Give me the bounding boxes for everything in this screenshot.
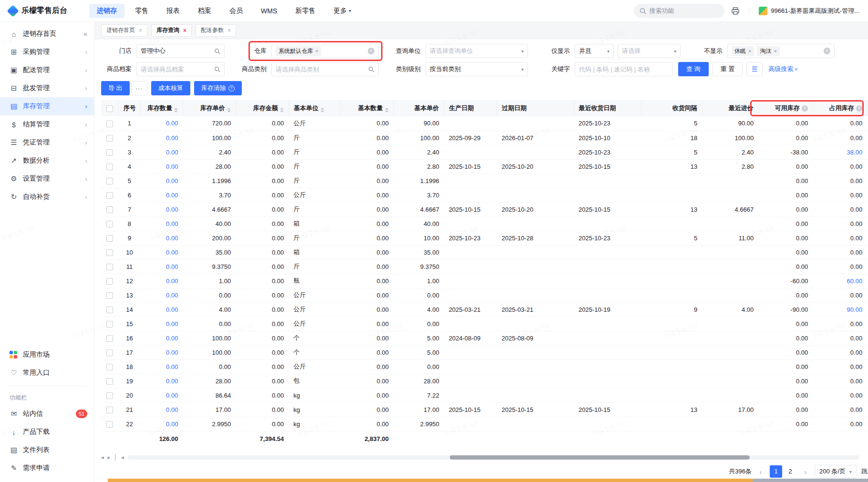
- sidebar-item[interactable]: ▣配送管理›: [0, 61, 94, 79]
- top-nav-item[interactable]: 档案: [190, 4, 219, 18]
- cell-stock-qty[interactable]: 0.00: [141, 202, 183, 216]
- cell-stock-qty[interactable]: 0.00: [141, 345, 183, 359]
- page-tab[interactable]: 库存查询×: [151, 24, 192, 37]
- top-nav-item[interactable]: 会员: [222, 4, 250, 18]
- top-nav-item[interactable]: 进销存: [89, 4, 124, 18]
- filter-tag[interactable]: 休眠×: [732, 46, 754, 56]
- cell-stock-qty[interactable]: 0.00: [141, 417, 183, 431]
- level-select[interactable]: 按当前类别 ▾: [425, 62, 528, 76]
- cell-stock-qty[interactable]: 0.00: [141, 288, 183, 302]
- close-icon[interactable]: ×: [748, 48, 751, 54]
- column-settings-button[interactable]: ☰: [746, 62, 763, 76]
- sidebar-item[interactable]: ↓产品下载: [0, 423, 94, 441]
- category-input[interactable]: [271, 62, 379, 76]
- cell-stock-qty[interactable]: 0.00: [141, 317, 183, 331]
- reset-button[interactable]: 重 置: [713, 62, 743, 76]
- advanced-search-link[interactable]: 高级搜索 »: [768, 65, 798, 73]
- user-account[interactable]: 99661-新界面果蔬版测试-管理...: [759, 7, 859, 15]
- cell-stock-qty[interactable]: 0.00: [141, 302, 183, 317]
- row-checkbox[interactable]: [106, 364, 113, 370]
- filter-tag[interactable]: 淘汰×: [757, 46, 779, 56]
- page-tab[interactable]: 配送参数×: [196, 24, 236, 37]
- row-checkbox[interactable]: [106, 421, 113, 428]
- cell-stock-qty[interactable]: 0.00: [141, 374, 183, 388]
- stock-clear-button[interactable]: 库存清除 ?: [194, 81, 242, 95]
- query-unit-select[interactable]: 请选择查询单位 ▾: [425, 44, 528, 58]
- cell-stock-qty[interactable]: 0.00: [141, 231, 183, 245]
- cell-stock-qty[interactable]: 0.00: [141, 245, 183, 259]
- warehouse-tag[interactable]: 系统默认仓库 ×: [276, 46, 321, 56]
- row-checkbox[interactable]: [106, 221, 113, 227]
- clear-icon[interactable]: ×: [368, 48, 374, 54]
- clear-icon[interactable]: ×: [824, 48, 830, 54]
- row-checkbox[interactable]: [106, 378, 113, 385]
- cell-occupied-stock[interactable]: 38.00: [813, 145, 867, 159]
- store-input[interactable]: [136, 44, 225, 58]
- sidebar-item[interactable]: ♡常用入口: [0, 364, 94, 382]
- column-stock-price[interactable]: 库存单价: [183, 100, 236, 116]
- sidebar-item[interactable]: ☰凭证管理›: [0, 133, 94, 152]
- top-nav-item[interactable]: 零售: [127, 4, 156, 18]
- only-show-operator-select[interactable]: 并且 ▾: [575, 44, 614, 58]
- sort-icon[interactable]: [227, 108, 231, 113]
- cell-stock-qty[interactable]: 0.00: [141, 388, 183, 402]
- sidebar-item[interactable]: ✉站内信51: [0, 405, 94, 423]
- column-stock-amount[interactable]: 库存金额: [236, 100, 289, 116]
- row-checkbox[interactable]: [106, 349, 113, 356]
- cell-stock-qty[interactable]: 0.00: [141, 159, 183, 174]
- cell-occupied-stock[interactable]: 90.00: [813, 302, 867, 317]
- row-checkbox[interactable]: [106, 264, 113, 270]
- product-value[interactable]: [141, 66, 211, 73]
- sidebar-item[interactable]: $结算管理›: [0, 115, 94, 133]
- close-icon[interactable]: ×: [227, 27, 231, 34]
- row-checkbox[interactable]: [106, 335, 113, 342]
- column-base-unit[interactable]: 基本单位: [289, 100, 341, 116]
- close-icon[interactable]: ×: [183, 27, 186, 34]
- sidebar-item[interactable]: ↻自动补货›: [0, 188, 94, 206]
- cell-stock-qty[interactable]: 0.00: [141, 216, 183, 231]
- page-size-select[interactable]: 200 条/页 ▾: [815, 465, 857, 478]
- sort-icon[interactable]: [320, 108, 324, 113]
- scroll-right-icon[interactable]: ▸: [108, 454, 111, 461]
- close-icon[interactable]: ×: [315, 48, 318, 54]
- cell-stock-qty[interactable]: 0.00: [141, 174, 183, 188]
- sidebar-item[interactable]: ▤库存管理›: [0, 97, 94, 115]
- sidebar-item[interactable]: ⊟批发管理›: [0, 79, 94, 97]
- cost-accounting-button[interactable]: 成本核算: [151, 81, 190, 95]
- select-all-checkbox[interactable]: [106, 105, 113, 112]
- scroll-left-icon[interactable]: ◂: [101, 454, 104, 461]
- column-stock-qty[interactable]: 库存数量: [141, 100, 183, 116]
- export-button[interactable]: 导 出: [101, 81, 130, 95]
- row-checkbox[interactable]: [106, 135, 113, 142]
- page-number[interactable]: 1: [770, 465, 782, 478]
- cell-stock-qty[interactable]: 0.00: [141, 116, 183, 131]
- warehouse-input[interactable]: 系统默认仓库 × ×: [271, 44, 379, 58]
- cell-stock-qty[interactable]: 0.00: [141, 259, 183, 274]
- sidebar-home[interactable]: ⌂ 进销存首页 «: [0, 25, 94, 43]
- close-icon[interactable]: ×: [139, 27, 142, 34]
- prev-page-icon[interactable]: ‹: [756, 468, 765, 476]
- cell-stock-qty[interactable]: 0.00: [141, 359, 183, 374]
- page-tab[interactable]: 进销存首页×: [101, 24, 147, 37]
- store-value[interactable]: [141, 48, 211, 55]
- row-checkbox[interactable]: [106, 121, 113, 127]
- keyword-value[interactable]: [579, 66, 668, 73]
- sidebar-item[interactable]: ✎需求申请: [0, 459, 94, 477]
- sidebar-item[interactable]: ↗数据分析›: [0, 152, 94, 170]
- row-checkbox[interactable]: [106, 278, 113, 285]
- cell-stock-qty[interactable]: 0.00: [141, 131, 183, 145]
- close-icon[interactable]: ×: [774, 48, 776, 54]
- row-checkbox[interactable]: [106, 321, 113, 328]
- row-checkbox[interactable]: [106, 249, 113, 256]
- row-checkbox[interactable]: [106, 206, 113, 213]
- sort-icon[interactable]: [385, 108, 389, 113]
- global-search[interactable]: 搜索功能: [634, 4, 724, 18]
- sidebar-item[interactable]: ⊞采购管理›: [0, 43, 94, 61]
- cell-stock-qty[interactable]: 0.00: [141, 402, 183, 417]
- export-more-button[interactable]: ···: [131, 81, 147, 95]
- sidebar-item[interactable]: ▤文件列表: [0, 441, 94, 459]
- cell-stock-qty[interactable]: 0.00: [141, 331, 183, 345]
- row-checkbox[interactable]: [106, 149, 113, 156]
- top-nav-item[interactable]: 更多▾: [326, 4, 359, 18]
- cell-occupied-stock[interactable]: 60.00: [813, 274, 867, 288]
